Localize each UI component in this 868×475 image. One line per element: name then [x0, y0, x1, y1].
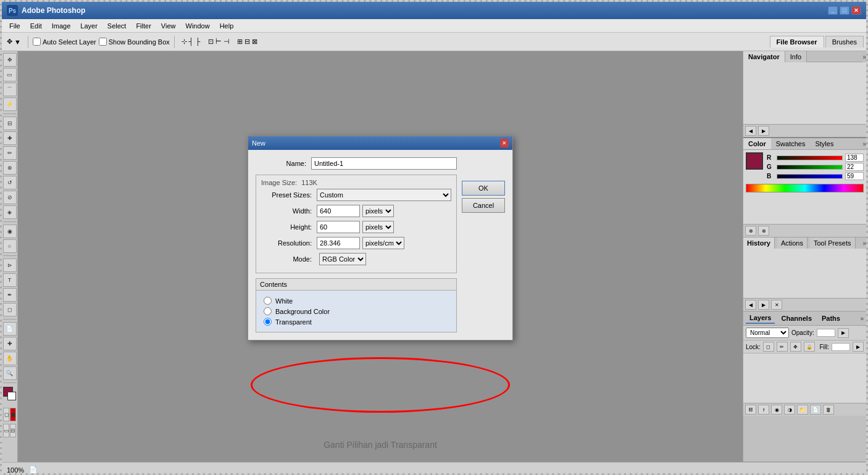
- resolution-unit-select[interactable]: pixels/cm: [362, 237, 404, 249]
- close-button[interactable]: ✕: [851, 6, 861, 15]
- show-bounding-box-label[interactable]: Show Bounding Box: [99, 38, 170, 46]
- r-slider[interactable]: [777, 155, 843, 160]
- layers-new-btn[interactable]: 📄: [810, 405, 821, 415]
- white-radio[interactable]: [264, 297, 272, 305]
- file-browser-tab[interactable]: File Browser: [770, 36, 824, 48]
- dialog-close-button[interactable]: ✕: [500, 139, 509, 147]
- tool-clone[interactable]: ⊕: [3, 161, 17, 175]
- resolution-input[interactable]: [317, 237, 360, 249]
- menu-select[interactable]: Select: [102, 21, 131, 31]
- ok-button[interactable]: OK: [462, 181, 505, 196]
- window-controls[interactable]: _ □ ✕: [828, 6, 861, 15]
- channels-tab[interactable]: Channels: [777, 313, 816, 323]
- nav-btn-2[interactable]: ▶: [758, 126, 769, 136]
- history-btn-1[interactable]: ◀: [745, 300, 756, 310]
- color-expand-btn[interactable]: »: [862, 138, 866, 149]
- menu-image[interactable]: Image: [47, 21, 76, 31]
- menu-layer[interactable]: Layer: [75, 21, 102, 31]
- mode-select[interactable]: RGB Color: [319, 253, 366, 265]
- paths-tab[interactable]: Paths: [818, 313, 844, 323]
- height-input[interactable]: [317, 221, 360, 233]
- white-radio-row[interactable]: White: [264, 297, 449, 305]
- lock-all-btn[interactable]: 🔒: [804, 342, 815, 352]
- tool-notes[interactable]: 📄: [3, 322, 17, 336]
- tool-lasso[interactable]: ⌒: [3, 83, 17, 96]
- opacity-arrow-btn[interactable]: ▶: [838, 328, 849, 338]
- b-value[interactable]: [845, 172, 864, 180]
- color-swatches-area[interactable]: [3, 387, 17, 405]
- color-tab[interactable]: Color: [743, 138, 771, 149]
- tool-blur[interactable]: ◉: [3, 225, 17, 238]
- cancel-button[interactable]: Cancel: [462, 198, 505, 213]
- transform-button-2[interactable]: ⊡ ⊢ ⊣: [206, 35, 232, 49]
- tool-brush[interactable]: ✏: [3, 146, 17, 160]
- menu-file[interactable]: File: [4, 21, 25, 31]
- background-color-radio[interactable]: [264, 307, 272, 315]
- height-unit-select[interactable]: pixels: [362, 221, 394, 233]
- menu-view[interactable]: View: [156, 21, 181, 31]
- tool-history-brush[interactable]: ↺: [3, 176, 17, 189]
- tool-fill[interactable]: ◈: [3, 205, 17, 219]
- b-slider[interactable]: [777, 174, 843, 179]
- auto-select-label[interactable]: Auto Select Layer: [33, 38, 96, 46]
- blend-mode-select[interactable]: Normal: [746, 328, 789, 338]
- info-tab[interactable]: Info: [785, 51, 807, 62]
- r-value[interactable]: [845, 154, 864, 162]
- width-unit-select[interactable]: pixels: [362, 205, 394, 217]
- history-tab[interactable]: History: [743, 238, 775, 249]
- tool-pen[interactable]: ✒: [3, 288, 17, 302]
- navigator-tab[interactable]: Navigator: [743, 51, 785, 62]
- tool-shape[interactable]: ◻: [3, 303, 17, 316]
- actions-tab[interactable]: Actions: [777, 238, 807, 249]
- tool-select-rect[interactable]: ▭: [3, 68, 17, 81]
- tool-zoom[interactable]: 🔍: [3, 366, 17, 380]
- transparent-radio-row[interactable]: Transparent: [264, 318, 449, 326]
- show-bounding-box-checkbox[interactable]: [99, 38, 107, 46]
- history-btn-2[interactable]: ▶: [758, 300, 769, 310]
- tool-eyedropper[interactable]: ✚: [3, 337, 17, 350]
- tool-crop[interactable]: ⊟: [3, 117, 17, 130]
- tool-hand[interactable]: ✋: [3, 352, 17, 365]
- quick-mask-btn[interactable]: ◼: [10, 408, 16, 421]
- color-btn-1[interactable]: ⊕: [745, 226, 756, 236]
- transform-button-3[interactable]: ⊞ ⊟ ⊠: [235, 35, 260, 49]
- tool-text[interactable]: T: [3, 273, 17, 287]
- history-btn-3[interactable]: ✕: [771, 300, 782, 310]
- layers-expand-btn[interactable]: »: [860, 315, 864, 322]
- layers-fx-btn[interactable]: f: [758, 405, 769, 415]
- history-expand-btn[interactable]: »: [862, 238, 866, 249]
- transform-button-1[interactable]: ⊹ ┤ ├: [179, 35, 203, 49]
- styles-tab[interactable]: Styles: [810, 138, 838, 149]
- g-slider[interactable]: [777, 165, 843, 170]
- auto-select-checkbox[interactable]: [33, 38, 41, 46]
- standard-mode-btn[interactable]: ◻: [3, 408, 9, 421]
- standard-screen-btn[interactable]: ▭: [3, 424, 9, 437]
- tool-move[interactable]: ✥: [3, 53, 17, 67]
- brushes-tab[interactable]: Brushes: [825, 36, 864, 48]
- background-color-radio-row[interactable]: Background Color: [264, 307, 449, 315]
- fill-input[interactable]: [832, 343, 850, 351]
- navigator-expand-btn[interactable]: »: [862, 51, 866, 62]
- menu-window[interactable]: Window: [181, 21, 215, 31]
- color-rainbow-bar[interactable]: [746, 184, 864, 192]
- menu-filter[interactable]: Filter: [131, 21, 156, 31]
- layers-folder-btn[interactable]: 📁: [797, 405, 808, 415]
- swatches-tab[interactable]: Swatches: [771, 138, 811, 149]
- tool-heal[interactable]: ✚: [3, 131, 17, 145]
- minimize-button[interactable]: _: [828, 6, 838, 15]
- full-screen-btn[interactable]: ⊟: [10, 424, 16, 437]
- lock-image-btn[interactable]: ✏: [777, 342, 788, 352]
- tool-magic-wand[interactable]: ⚡: [3, 97, 17, 111]
- move-tool-options[interactable]: ✥ ▼: [4, 35, 23, 49]
- lock-transparent-btn[interactable]: ◻: [763, 342, 774, 352]
- layers-mask-btn[interactable]: ◉: [771, 405, 782, 415]
- preset-select[interactable]: Custom: [317, 189, 451, 201]
- layers-tab[interactable]: Layers: [746, 313, 775, 324]
- layers-adjust-btn[interactable]: ◑: [784, 405, 795, 415]
- lock-position-btn[interactable]: ✥: [790, 342, 801, 352]
- fill-arrow-btn[interactable]: ▶: [853, 342, 864, 352]
- menu-edit[interactable]: Edit: [25, 21, 47, 31]
- tool-dodge[interactable]: ○: [3, 239, 17, 253]
- width-input[interactable]: [317, 205, 360, 217]
- layers-link-btn[interactable]: ⛓: [745, 405, 756, 415]
